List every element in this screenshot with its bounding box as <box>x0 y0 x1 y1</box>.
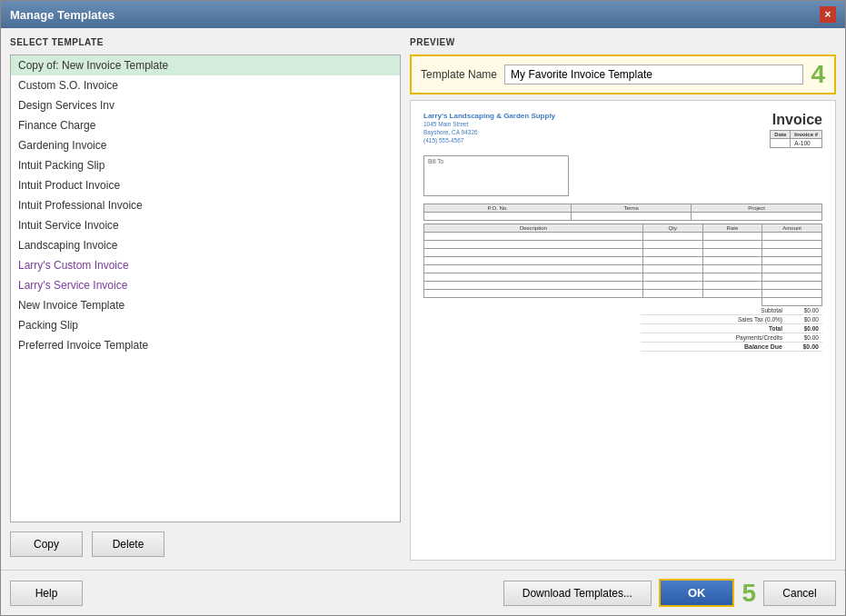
invoice-title-area: Invoice Date Invoice # A-100 <box>770 112 822 148</box>
template-item[interactable]: Intuit Product Invoice <box>11 175 400 195</box>
sales-tax-label: Sales Tax (0.0%) <box>641 315 786 324</box>
template-item[interactable]: Copy of: New Invoice Template <box>11 55 400 75</box>
amount-header: Amount <box>762 224 822 233</box>
po-header: P.O. No. <box>424 204 572 213</box>
invoice-meta-table: Date Invoice # A-100 <box>770 130 822 148</box>
date-header: Date <box>771 131 791 139</box>
template-name-row: Template Name 4 <box>410 55 836 94</box>
payments-value: $0.00 <box>786 333 822 343</box>
payments-label: Payments/Credits <box>641 333 786 343</box>
invoice-num-value: A-100 <box>791 139 822 148</box>
total-label: Total <box>641 324 786 333</box>
invoice-preview: Larry's Landscaping & Garden Supply 1045… <box>411 101 835 363</box>
copy-button[interactable]: Copy <box>10 532 83 557</box>
template-item[interactable]: Gardening Invoice <box>11 135 400 155</box>
company-info: Larry's Landscaping & Garden Supply 1045… <box>423 112 555 148</box>
select-template-label: SELECT TEMPLATE <box>10 37 401 47</box>
bottom-bar: Help Download Templates... OK 5 Cancel <box>1 570 845 615</box>
desc-header: Description <box>424 224 643 233</box>
template-name-input[interactable] <box>504 65 803 84</box>
invoice-num-header: Invoice # <box>791 131 822 139</box>
balance-value: $0.00 <box>786 343 822 352</box>
invoice-title: Invoice <box>770 112 822 128</box>
rate-header: Rate <box>702 224 762 233</box>
reference-table: P.O. No. Terms Project <box>423 204 822 221</box>
line-items-table: Description Qty Rate Amount <box>423 224 822 306</box>
step-5-badge: 5 <box>741 581 756 606</box>
bill-to-box: Bill To <box>423 155 569 196</box>
template-item[interactable]: Design Services Inv <box>11 95 400 115</box>
dialog-body: SELECT TEMPLATE Copy of: New Invoice Tem… <box>1 28 845 570</box>
template-item[interactable]: Landscaping Invoice <box>11 235 400 255</box>
preview-label: PREVIEW <box>410 37 836 47</box>
totals-table: Subtotal $0.00 Sales Tax (0.0%) $0.00 To… <box>641 306 822 352</box>
template-item[interactable]: Intuit Service Invoice <box>11 215 400 235</box>
totals-section: Subtotal $0.00 Sales Tax (0.0%) $0.00 To… <box>423 306 822 352</box>
template-item[interactable]: Preferred Invoice Template <box>11 335 400 355</box>
template-item[interactable]: Larry's Service Invoice <box>11 275 400 295</box>
subtotal-value: $0.00 <box>786 306 822 315</box>
template-name-label: Template Name <box>421 68 497 81</box>
bottom-left: Help <box>10 581 83 606</box>
delete-button[interactable]: Delete <box>92 532 164 557</box>
sales-tax-value: $0.00 <box>786 315 822 324</box>
dialog-title: Manage Templates <box>10 8 114 22</box>
manage-templates-dialog: Manage Templates × SELECT TEMPLATE Copy … <box>0 0 846 616</box>
title-bar: Manage Templates × <box>1 1 845 28</box>
invoice-header: Larry's Landscaping & Garden Supply 1045… <box>423 112 822 148</box>
invoice-preview-area: Larry's Landscaping & Garden Supply 1045… <box>410 100 836 561</box>
close-button[interactable]: × <box>820 6 836 23</box>
right-panel: PREVIEW Template Name 4 Larry's Landscap… <box>410 37 836 561</box>
template-item[interactable]: Intuit Professional Invoice <box>11 195 400 215</box>
left-panel: SELECT TEMPLATE Copy of: New Invoice Tem… <box>10 37 401 561</box>
template-item[interactable]: Finance Charge <box>11 115 400 135</box>
template-item[interactable]: Packing Slip <box>11 315 400 335</box>
left-buttons: Copy Delete <box>10 528 401 561</box>
qty-header: Qty <box>642 224 702 233</box>
step-4-badge: 4 <box>811 62 825 87</box>
template-item[interactable]: New Invoice Template <box>11 295 400 315</box>
cancel-button[interactable]: Cancel <box>763 581 836 606</box>
project-header: Project <box>692 204 822 213</box>
date-value <box>771 139 791 148</box>
subtotal-label: Subtotal <box>641 306 786 315</box>
bill-to-label: Bill To <box>428 158 443 164</box>
balance-label: Balance Due <box>641 343 786 352</box>
template-list: Copy of: New Invoice TemplateCustom S.O.… <box>10 55 401 522</box>
address: 1045 Main Street Bayshore, CA 94326 (415… <box>423 120 555 144</box>
template-item[interactable]: Intuit Packing Slip <box>11 155 400 175</box>
download-templates-button[interactable]: Download Templates... <box>503 581 652 606</box>
terms-header: Terms <box>572 204 692 213</box>
template-item[interactable]: Larry's Custom Invoice <box>11 255 400 275</box>
company-name: Larry's Landscaping & Garden Supply <box>423 112 555 120</box>
help-button[interactable]: Help <box>10 581 83 606</box>
bottom-right: Download Templates... OK 5 Cancel <box>503 579 836 607</box>
ok-button[interactable]: OK <box>659 579 735 607</box>
total-value: $0.00 <box>786 324 822 333</box>
template-item[interactable]: Custom S.O. Invoice <box>11 75 400 95</box>
